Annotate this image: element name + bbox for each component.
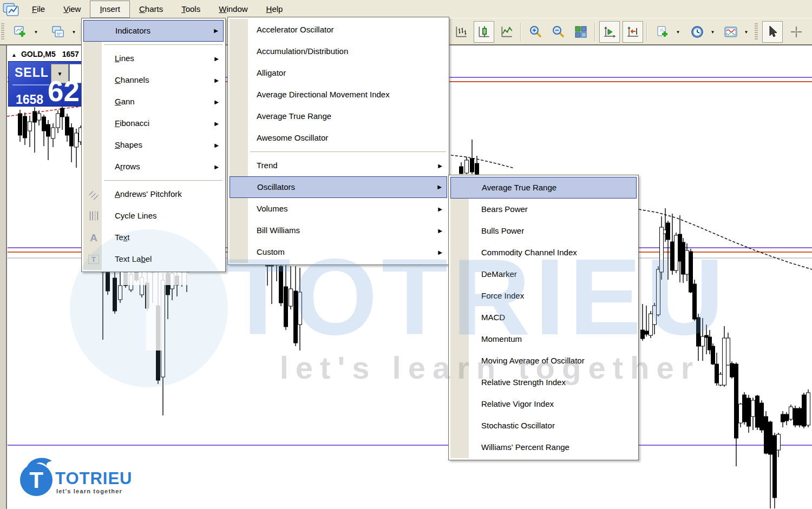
menu-item-relative-strength-index[interactable]: Relative Strength Index xyxy=(450,372,637,393)
menu-item-channels[interactable]: Channels▶ xyxy=(83,69,224,91)
toolbar-grip-handle[interactable] xyxy=(1,23,4,41)
sell-price-pips: 62 xyxy=(48,77,80,105)
menu-item-indicators[interactable]: Indicators▶ xyxy=(83,20,224,42)
chart-window-left-border xyxy=(0,45,7,509)
new-order-button[interactable] xyxy=(652,21,673,43)
one-click-trade-widget: SELL ▼ 1658 62 xyxy=(8,61,84,107)
crosshair-button[interactable] xyxy=(786,21,807,43)
chevron-down-icon: ▼ xyxy=(711,30,715,35)
menubar-item-tools[interactable]: Tools xyxy=(172,1,209,17)
template-dropdown[interactable]: ▼ xyxy=(743,21,750,43)
menubar-item-file[interactable]: File xyxy=(23,1,54,17)
menu-item-text[interactable]: AText xyxy=(83,227,224,248)
menu-item-andrews-pitchfork[interactable]: Andrews' Pitchfork xyxy=(83,183,224,205)
auto-scroll-icon xyxy=(603,25,617,39)
menu-item-shapes[interactable]: Shapes▶ xyxy=(83,134,224,156)
tile-windows-button[interactable] xyxy=(571,21,591,43)
menubar-item-insert[interactable]: Insert xyxy=(90,1,130,18)
submenu-arrow-icon: ▶ xyxy=(214,135,219,156)
menu-item-williams-percent-range[interactable]: Williams' Percent Range xyxy=(450,437,637,458)
chevron-down-icon: ▼ xyxy=(676,30,680,35)
text-label-icon: T xyxy=(85,251,102,267)
menu-item-average-true-range[interactable]: Average True Range xyxy=(450,177,637,199)
auto-scroll-button[interactable] xyxy=(599,21,620,43)
menubar-item-help[interactable]: Help xyxy=(257,1,292,17)
submenu-arrow-icon: ▶ xyxy=(214,91,219,113)
menu-item-custom[interactable]: Custom▶ xyxy=(230,241,447,263)
sell-underline xyxy=(12,84,49,85)
submenu-arrow-icon: ▶ xyxy=(214,113,219,135)
cycle-lines-icon xyxy=(85,208,102,224)
zoom-in-icon xyxy=(528,25,542,39)
new-chart-button[interactable] xyxy=(9,21,31,43)
menu-item-moving-average-of-oscillator[interactable]: Moving Average of Oscillator xyxy=(450,350,637,372)
submenu-arrow-icon: ▶ xyxy=(437,177,442,197)
chart-collapse-icon[interactable]: ▲ xyxy=(11,52,17,58)
candlestick-button[interactable] xyxy=(474,21,494,43)
menu-item-bears-power[interactable]: Bears Power xyxy=(450,199,637,220)
menu-separator xyxy=(104,180,222,181)
submenu-arrow-icon: ▶ xyxy=(214,48,219,70)
menu-item-force-index[interactable]: Force Index xyxy=(450,285,637,307)
zoom-out-button[interactable] xyxy=(548,21,568,43)
periods-dropdown[interactable]: ▼ xyxy=(709,21,716,43)
menu-separator xyxy=(104,44,222,45)
menu-item-momentum[interactable]: Momentum xyxy=(450,328,637,350)
toolbar-separator xyxy=(520,23,521,41)
menu-bar: FileViewInsertChartsToolsWindowHelp xyxy=(0,0,812,18)
menu-item-awesome-oscillator[interactable]: Awesome Oscillator xyxy=(230,127,447,149)
profiles-button[interactable] xyxy=(47,21,69,43)
menu-item-arrows[interactable]: Arrows▶ xyxy=(83,156,224,177)
cursor-arrow-icon xyxy=(765,25,780,39)
profiles-dropdown[interactable]: ▼ xyxy=(70,21,77,43)
new-chart-dropdown[interactable]: ▼ xyxy=(32,21,40,43)
menu-item-average-directional-movement-index[interactable]: Average Directional Movement Index xyxy=(230,84,447,105)
menu-item-bill-williams[interactable]: Bill Williams▶ xyxy=(230,220,447,241)
menu-item-average-true-range[interactable]: Average True Range xyxy=(230,105,447,127)
indicators-submenu: Accelerator OscillatorAccumulation/Distr… xyxy=(227,17,449,265)
zoom-in-button[interactable] xyxy=(525,21,546,43)
menu-item-relative-vigor-index[interactable]: Relative Vigor Index xyxy=(450,393,637,415)
menu-item-cycle-lines[interactable]: Cycle Lines xyxy=(83,205,224,227)
menu-item-gann[interactable]: Gann▶ xyxy=(83,91,224,113)
chart-window-icon[interactable] xyxy=(3,3,19,16)
cursor-button[interactable] xyxy=(762,21,783,43)
menu-item-commodity-channel-index[interactable]: Commodity Channel Index xyxy=(450,242,637,263)
periods-button[interactable] xyxy=(686,21,708,43)
menubar-item-charts[interactable]: Charts xyxy=(130,1,172,17)
menu-item-lines[interactable]: Lines▶ xyxy=(83,48,224,69)
template-button[interactable] xyxy=(720,21,742,43)
chart-shift-button[interactable] xyxy=(623,21,643,43)
toolbar-grip-handle[interactable] xyxy=(755,23,758,41)
menu-item-accelerator-oscillator[interactable]: Accelerator Oscillator xyxy=(230,19,447,41)
menubar-item-window[interactable]: Window xyxy=(209,1,257,17)
periods-clock-icon xyxy=(690,25,704,39)
menu-item-fibonacci[interactable]: Fibonacci▶ xyxy=(83,113,224,134)
chart-quote: 1657 xyxy=(62,50,79,58)
submenu-arrow-icon: ▶ xyxy=(214,21,218,41)
menu-item-bulls-power[interactable]: Bulls Power xyxy=(450,220,637,242)
submenu-arrow-icon: ▶ xyxy=(438,155,442,177)
toolbar-separator xyxy=(594,23,595,41)
menubar-item-view[interactable]: View xyxy=(54,1,90,17)
menu-item-trend[interactable]: Trend▶ xyxy=(230,155,447,176)
sell-button[interactable]: SELL xyxy=(15,65,49,80)
menu-separator xyxy=(250,151,446,152)
insert-menu: Indicators▶Lines▶Channels▶Gann▶Fibonacci… xyxy=(81,18,226,272)
tile-windows-icon xyxy=(574,25,588,39)
menu-item-macd[interactable]: MACD xyxy=(450,307,637,328)
submenu-arrow-icon: ▶ xyxy=(214,70,219,91)
line-chart-icon xyxy=(500,25,514,39)
bar-chart-button[interactable] xyxy=(451,21,472,43)
menu-item-alligator[interactable]: Alligator xyxy=(230,62,447,84)
menu-item-oscillators[interactable]: Oscillators▶ xyxy=(230,176,447,198)
menu-item-text-label[interactable]: TText Label xyxy=(83,248,224,270)
menu-item-accumulation-distribution[interactable]: Accumulation/Distribution xyxy=(230,41,447,62)
line-chart-button[interactable] xyxy=(496,21,517,43)
menu-item-demarker[interactable]: DeMarker xyxy=(450,263,637,285)
logo-brand: TOTRIEU xyxy=(55,469,133,488)
new-order-dropdown[interactable]: ▼ xyxy=(675,21,682,43)
chart-symbol-period: GOLD,M5 xyxy=(21,50,56,58)
menu-item-volumes[interactable]: Volumes▶ xyxy=(230,198,447,220)
menu-item-stochastic-oscillator[interactable]: Stochastic Oscillator xyxy=(450,415,637,437)
